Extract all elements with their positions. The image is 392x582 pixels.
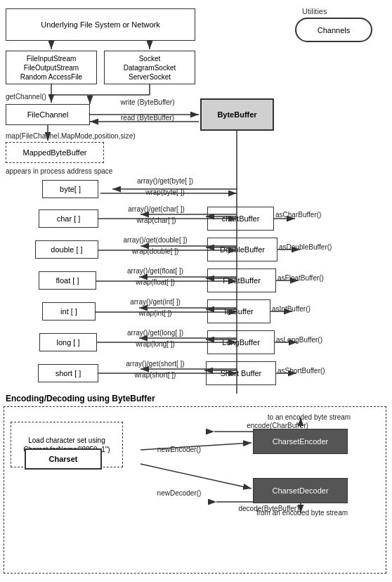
newencoder-label: newEncoder() [137, 446, 221, 453]
shortarr-box: short [ ] [38, 364, 98, 382]
charbuffer-box: chartBuffer [207, 207, 274, 231]
intbuffer-box: IntBuffer [207, 299, 270, 323]
wrapbyte-label: wrap(byte[ ]) [109, 188, 221, 196]
arraygetint-label: array()/get(int[ ]) [105, 298, 205, 306]
fileinputstream-label: FileInputStream FileOutputStream Random … [20, 54, 82, 82]
floatbuffer-box: FloatBuffer [207, 269, 276, 292]
charsetdecoder-box: CharsetDecoder [253, 478, 348, 503]
socket-label: Socket DatagramSocket ServerSocket [124, 54, 176, 82]
asfloatbuffer-label: asFloatBuffer() [277, 274, 362, 282]
longbuffer-box: LongBuffer [207, 330, 275, 354]
wrapint-label: wrap(int[ ]) [105, 309, 205, 317]
asintbuffer-label: asIntBuffer() [272, 305, 353, 313]
floatarr-label: float [ ] [55, 276, 79, 285]
charsetencoder-box: CharsetEncoder [253, 429, 348, 454]
write-label: write (ByteBuffer) [98, 98, 197, 106]
toencodedstream-label: to an encoded byte stream [239, 413, 379, 421]
charset-box: Charset [25, 448, 102, 470]
intarr-box: int [ ] [42, 302, 96, 321]
asdoublebuffer-label: asDoubleBuffer() [279, 243, 363, 251]
aslongbuffer-label: asLongBuffer() [276, 336, 360, 344]
wraplong-label: wrap(long[ ]) [105, 340, 205, 348]
wrapfloat-label: wrap(float[ ]) [105, 278, 205, 286]
wrapdouble-label: wrap(double[ ]) [105, 247, 205, 255]
mappedbytebuffer-box: MappedByteBuffer [6, 142, 104, 163]
chararr-label: char [ ] [57, 214, 81, 224]
chararr-box: char [ ] [39, 209, 98, 228]
fileinputstream-box: FileInputStream FileOutputStream Random … [6, 51, 97, 84]
arraygetfloat-label: array()/get(float[ ]) [105, 267, 205, 275]
ascharbuffer-label: asCharBuffer() [275, 211, 356, 219]
arraygetbyte-label: array()/get(byte[ ]) [109, 177, 221, 185]
shortbuffer-label: Short Buffer [221, 368, 262, 378]
shortarr-label: short [ ] [55, 368, 81, 378]
diagram: Utilities Channels Underlying File Syste… [0, 0, 392, 582]
shortbuffer-box: Short Buffer [206, 361, 276, 385]
bytebuffer-label: ByteBuffer [217, 110, 256, 119]
encode-label: encode(CharBuffer) [232, 422, 323, 429]
encoding-title: Encoding/Decoding using ByteBuffer [6, 394, 155, 403]
arraygetchar-label: array()/get(char[ ]) [109, 205, 204, 213]
newdecoder-label: newDecoder() [137, 489, 221, 497]
longbuffer-label: LongBuffer [222, 337, 260, 347]
utilities-label: Utilities [302, 7, 327, 15]
underlying-label: Underlying File System or Network [41, 20, 159, 30]
arraygetlong-label: array()/get(long[ ]) [105, 329, 205, 337]
doublebuffer-box: DoubleBuffer [207, 238, 277, 261]
charbuffer-label: chartBuffer [222, 214, 260, 224]
decode-label: decode(ByteBuffer) [218, 505, 320, 512]
charset-label: Charset [49, 454, 78, 464]
socket-box: Socket DatagramSocket ServerSocket [104, 51, 195, 84]
bytebuffer-box: ByteBuffer [200, 98, 274, 131]
floatbuffer-label: FloatBuffer [223, 276, 261, 285]
doublearr-label: double [ ] [51, 245, 82, 254]
intbuffer-label: IntBuffer [224, 306, 253, 316]
getchannel-label: getChannel() [6, 93, 46, 101]
longarr-box: long [ ] [39, 333, 97, 351]
appears-label: appears in process address space [6, 167, 146, 175]
bytearr-box: byte[ ] [42, 180, 98, 198]
doublearr-box: double [ ] [35, 240, 98, 259]
filechannel-label: FileChannel [27, 110, 69, 119]
arraygetshort-label: array()/get(short[ ]) [105, 360, 205, 368]
charsetdecoder-label: CharsetDecoder [272, 486, 328, 496]
wrapchar-label: wrap(char[ ]) [109, 216, 204, 224]
map-label: map(FileChannel.MapMode,position,size) [6, 132, 181, 140]
floatarr-box: float [ ] [39, 271, 96, 290]
intarr-label: int [ ] [60, 306, 77, 316]
wrapshort-label: wrap(short[ ]) [105, 371, 205, 379]
channels-box: Channels [295, 18, 372, 42]
bytearr-label: byte[ ] [60, 184, 81, 194]
doublebuffer-label: DoubleBuffer [220, 245, 265, 254]
arraygetdouble-label: array()/get(double[ ]) [105, 236, 205, 244]
longarr-label: long [ ] [56, 337, 79, 347]
asshortbuffer-label: asShortBuffer() [277, 367, 362, 375]
filechannel-box: FileChannel [6, 104, 90, 125]
mappedbytebuffer-label: MappedByteBuffer [23, 148, 87, 157]
read-label: read (ByteBuffer) [98, 114, 197, 122]
charsetencoder-label: CharsetEncoder [273, 436, 329, 446]
channels-label: Channels [318, 26, 350, 34]
underlying-box: Underlying File System or Network [6, 8, 195, 41]
